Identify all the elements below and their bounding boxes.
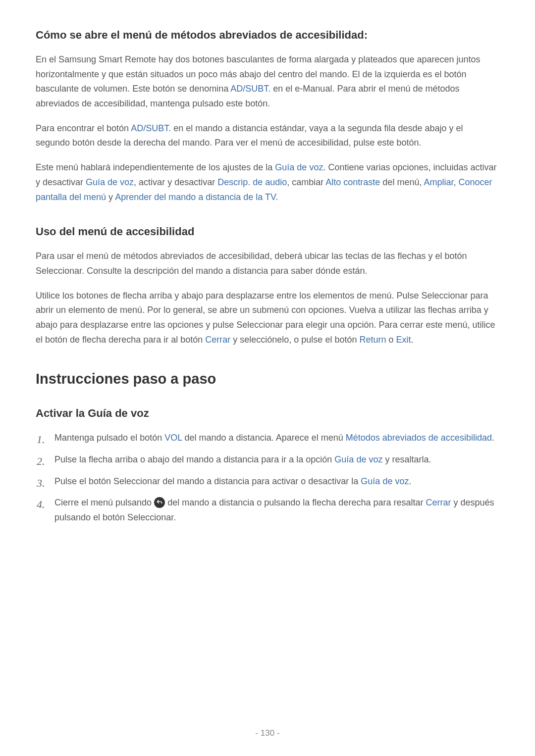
text-run: . xyxy=(275,192,278,202)
heading-step-by-step: Instrucciones paso a paso xyxy=(36,371,499,387)
term-ampliar: Ampliar xyxy=(424,177,453,187)
paragraph: Utilice los botones de flecha arriba y a… xyxy=(36,289,499,348)
text-run: . xyxy=(492,433,494,443)
term-vol: VOL xyxy=(164,433,182,443)
text-run: . xyxy=(409,476,411,486)
section-use-menu: Uso del menú de accesibilidad Para usar … xyxy=(36,225,499,347)
term-guia-de-voz: Guía de voz xyxy=(334,454,382,464)
paragraph: Para encontrar el botón AD/SUBT. en el m… xyxy=(36,121,499,151)
term-metodos-abreviados: Métodos abreviados de accesibilidad xyxy=(346,433,492,443)
text-run: , xyxy=(453,177,458,187)
text-run: Cierre el menú pulsando xyxy=(54,498,154,507)
heading-use-menu: Uso del menú de accesibilidad xyxy=(36,225,499,238)
text-run: y xyxy=(106,192,115,202)
return-icon xyxy=(154,497,165,508)
term-ad-subt: AD/SUBT. xyxy=(131,123,171,133)
step-item: Pulse el botón Seleccionar del mando a d… xyxy=(50,474,499,489)
term-ad-subt: AD/SUBT. xyxy=(230,84,270,94)
term-guia-de-voz: Guía de voz xyxy=(275,162,323,172)
text-run: Mantenga pulsado el botón xyxy=(54,433,164,443)
term-descrip-audio: Descrip. de audio xyxy=(217,177,287,187)
text-run: , cambiar xyxy=(287,177,325,187)
heading-activate-voice-guide: Activar la Guía de voz xyxy=(36,407,499,420)
section-activate-voice-guide: Activar la Guía de voz Mantenga pulsado … xyxy=(36,407,499,525)
paragraph: Este menú hablará independientemente de … xyxy=(36,160,499,204)
term-alto-contraste: Alto contraste xyxy=(325,177,380,187)
term-exit: Exit xyxy=(396,335,411,345)
text-run: y resaltarla. xyxy=(382,454,431,464)
text-run: del menú, xyxy=(380,177,424,187)
section-open-shortcuts: Cómo se abre el menú de métodos abreviad… xyxy=(36,29,499,204)
text-run: Pulse la flecha arriba o abajo del mando… xyxy=(54,454,334,464)
term-aprender-mando: Aprender del mando a distancia de la TV xyxy=(115,192,275,202)
text-run: Pulse el botón Seleccionar del mando a d… xyxy=(54,476,361,486)
step-item: Pulse la flecha arriba o abajo del mando… xyxy=(50,453,499,467)
paragraph: Para usar el menú de métodos abreviados … xyxy=(36,249,499,278)
text-run: del mando a distancia o pulsando la flec… xyxy=(165,498,426,507)
steps-list: Mantenga pulsado el botón VOL del mando … xyxy=(36,431,499,525)
term-guia-de-voz: Guía de voz xyxy=(361,476,409,486)
term-guia-de-voz: Guía de voz xyxy=(86,177,134,187)
text-run: Para encontrar el botón xyxy=(36,123,131,133)
page-number: - 130 - xyxy=(0,728,535,738)
step-item: Mantenga pulsado el botón VOL del mando … xyxy=(50,431,499,446)
term-cerrar: Cerrar xyxy=(426,498,451,507)
text-run: y selecciónelo, o pulse el botón xyxy=(230,335,359,345)
text-run: Este menú hablará independientemente de … xyxy=(36,162,275,172)
text-run: . xyxy=(411,335,414,345)
text-run: del mando a distancia. Aparece el menú xyxy=(182,433,346,443)
heading-open-shortcuts: Cómo se abre el menú de métodos abreviad… xyxy=(36,29,499,42)
step-item: Cierre el menú pulsando del mando a dist… xyxy=(50,496,499,525)
text-run: o xyxy=(386,335,396,345)
term-cerrar: Cerrar xyxy=(205,335,230,345)
term-return: Return xyxy=(359,335,386,345)
paragraph: En el Samsung Smart Remote hay dos boton… xyxy=(36,52,499,111)
text-run: , activar y desactivar xyxy=(134,177,217,187)
